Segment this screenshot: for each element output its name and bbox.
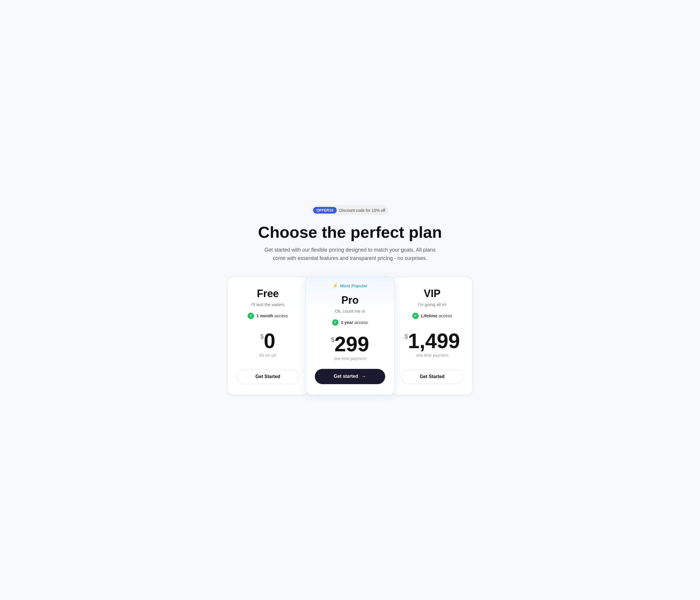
free-price-area: $ 0 It's on us! — [259, 327, 276, 361]
vip-check-icon — [412, 313, 419, 319]
promo-code: OFFER10 — [313, 207, 337, 213]
pro-price-area: $ 299 one-time payment — [331, 334, 369, 361]
most-popular-label: Most Popular — [340, 283, 367, 288]
pro-check-icon — [332, 319, 339, 325]
vip-price-currency: $ — [404, 334, 408, 340]
page-subtitle: Get started with our flexible pricing de… — [258, 246, 442, 263]
vip-price-value: 1,499 — [408, 331, 460, 351]
pro-price-value: 299 — [334, 334, 369, 355]
free-price-note: It's on us! — [259, 353, 276, 358]
pro-plan-name: Pro — [341, 294, 359, 306]
pro-price-note: one-time payment — [334, 356, 366, 361]
free-price-value: 0 — [264, 331, 275, 351]
vip-price-row: $ 1,499 — [404, 331, 460, 351]
pricing-cards-container: Free I'll test the waters 1 month access… — [220, 277, 480, 395]
arrow-right-icon: → — [361, 373, 366, 380]
vip-price-note: one-time payment — [416, 353, 448, 358]
pro-access-badge: 1 year access — [332, 319, 368, 325]
lightning-icon: ⚡ — [332, 283, 338, 288]
plan-card-vip: VIP I'm going all in! Lifetime access $ … — [392, 277, 473, 395]
plan-card-pro: ⚡ Most Popular Pro Ok, count me in 1 yea… — [305, 277, 395, 395]
promo-badge: OFFER10 Discount code for 10% off — [311, 205, 389, 215]
pro-cta-button[interactable]: Get started → — [315, 369, 385, 384]
pro-price-row: $ 299 — [331, 334, 369, 355]
pro-plan-tagline: Ok, count me in — [335, 309, 365, 314]
free-price-row: $ 0 — [260, 331, 275, 351]
page-container: OFFER10 Discount code for 10% off Choose… — [220, 205, 480, 394]
vip-cta-button[interactable]: Get Started — [401, 369, 463, 384]
pro-access-text: 1 year access — [341, 320, 368, 325]
most-popular-badge: ⚡ Most Popular — [332, 283, 367, 288]
vip-access-badge: Lifetime access — [412, 313, 452, 319]
free-cta-button[interactable]: Get Started — [237, 369, 299, 384]
promo-text: Discount code for 10% off — [339, 208, 385, 213]
vip-plan-tagline: I'm going all in! — [418, 302, 447, 307]
plan-card-free: Free I'll test the waters 1 month access… — [227, 277, 308, 395]
free-plan-tagline: I'll test the waters — [251, 302, 284, 307]
free-price-currency: $ — [260, 334, 264, 340]
vip-price-area: $ 1,499 one-time payment — [404, 327, 460, 361]
vip-access-text: Lifetime access — [421, 313, 452, 318]
vip-plan-name: VIP — [424, 288, 441, 300]
free-access-text: 1 month access — [256, 313, 288, 318]
page-title: Choose the perfect plan — [258, 223, 442, 241]
free-access-badge: 1 month access — [248, 313, 288, 319]
free-plan-name: Free — [257, 288, 279, 300]
pro-price-currency: $ — [331, 337, 334, 343]
free-check-icon — [248, 313, 254, 319]
